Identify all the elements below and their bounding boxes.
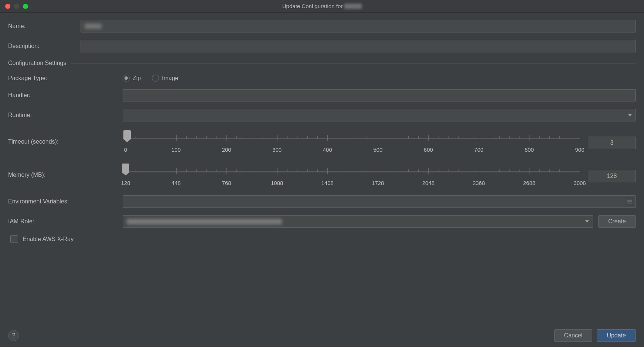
description-input[interactable] (81, 40, 636, 52)
env-vars-row: Environment Variables: (8, 195, 636, 208)
help-icon[interactable]: ? (8, 330, 19, 341)
slider-tick-label: 700 (474, 147, 483, 153)
package-type-label: Package Type: (8, 75, 123, 82)
update-button[interactable]: Update (597, 329, 636, 342)
handler-label: Handler: (8, 92, 123, 99)
runtime-label: Runtime: (8, 112, 123, 118)
slider-thumb[interactable] (123, 130, 131, 139)
slider-tick-label: 768 (222, 180, 231, 186)
description-row: Description: (8, 40, 636, 52)
iam-role-row: IAM Role: Create (8, 215, 636, 228)
chevron-down-icon (585, 220, 589, 223)
slider-tick-label: 0 (124, 147, 127, 153)
xray-label: Enable AWS X-Ray (23, 236, 74, 243)
iam-role-value-redacted (127, 219, 282, 224)
traffic-lights (5, 4, 28, 9)
runtime-select[interactable] (123, 109, 636, 121)
package-type-radio-group: Zip Image (123, 75, 178, 82)
titlebar: Update Configuration for (0, 0, 644, 13)
iam-role-label: IAM Role: (8, 218, 123, 225)
slider-tick-label: 1408 (321, 180, 334, 186)
memory-label: Memory (MB): (8, 172, 123, 178)
slider-tick-label: 200 (222, 147, 231, 153)
cancel-button[interactable]: Cancel (554, 329, 593, 342)
slider-tick-label: 300 (272, 147, 282, 153)
package-type-row: Package Type: Zip Image (8, 75, 636, 82)
slider-tick-label: 2688 (523, 180, 535, 186)
description-label: Description: (8, 43, 81, 49)
slider-tick-label: 500 (373, 147, 382, 153)
slider-tick-label: 1728 (372, 180, 384, 186)
handler-input[interactable] (123, 89, 636, 102)
list-icon[interactable] (626, 198, 633, 205)
section-title: Configuration Settings (8, 60, 66, 66)
configuration-settings-header: Configuration Settings (8, 60, 636, 66)
window-title: Update Configuration for (282, 3, 362, 9)
radio-icon (123, 75, 130, 82)
env-vars-input[interactable] (127, 196, 626, 207)
iam-role-select[interactable] (123, 215, 593, 228)
package-type-zip-radio[interactable]: Zip (123, 75, 141, 82)
xray-checkbox[interactable] (10, 235, 18, 243)
memory-slider[interactable]: 1284487681088140817282048236826883008 (123, 162, 583, 188)
section-divider (71, 63, 636, 63)
slider-thumb[interactable] (122, 164, 129, 172)
chevron-down-icon (628, 114, 632, 116)
create-role-button[interactable]: Create (598, 215, 636, 228)
memory-value-input[interactable] (588, 170, 636, 182)
close-window-button[interactable] (5, 4, 10, 9)
env-vars-field (123, 195, 636, 208)
slider-tick-label: 128 (121, 180, 130, 186)
radio-icon (152, 75, 159, 82)
timeout-label: Timeout (seconds): (8, 138, 123, 145)
package-type-image-radio[interactable]: Image (152, 75, 178, 82)
slider-tick-label: 2048 (422, 180, 435, 186)
radio-label-zip: Zip (133, 75, 141, 82)
maximize-window-button[interactable] (23, 4, 28, 9)
slider-tick-label: 448 (171, 180, 181, 186)
radio-label-image: Image (162, 75, 178, 82)
slider-tick-label: 900 (575, 147, 584, 153)
timeout-row: Timeout (seconds): 010020030040050060070… (8, 129, 636, 155)
slider-tick-label: 600 (424, 147, 433, 153)
runtime-row: Runtime: (8, 109, 636, 121)
xray-row: Enable AWS X-Ray (8, 235, 636, 243)
name-input[interactable] (81, 20, 636, 32)
slider-tick-label: 2368 (473, 180, 485, 186)
minimize-window-button[interactable] (14, 4, 19, 9)
slider-tick-label: 100 (171, 147, 181, 153)
window-title-redacted (344, 4, 362, 9)
name-value-redacted (85, 24, 102, 29)
slider-tick-label: 3008 (573, 180, 586, 186)
timeout-value-input[interactable] (588, 137, 636, 149)
name-label: Name: (8, 23, 81, 30)
name-row: Name: (8, 20, 636, 32)
handler-row: Handler: (8, 89, 636, 102)
window-title-prefix: Update Configuration for (282, 3, 343, 9)
slider-tick-label: 800 (525, 147, 534, 153)
dialog-footer: ? Cancel Update (8, 329, 636, 342)
slider-tick-label: 400 (323, 147, 332, 153)
timeout-slider[interactable]: 0100200300400500600700800900 (123, 129, 583, 155)
env-vars-label: Environment Variables: (8, 198, 123, 205)
slider-tick-label: 1088 (271, 180, 283, 186)
memory-row: Memory (MB): 128448768108814081728204823… (8, 162, 636, 188)
